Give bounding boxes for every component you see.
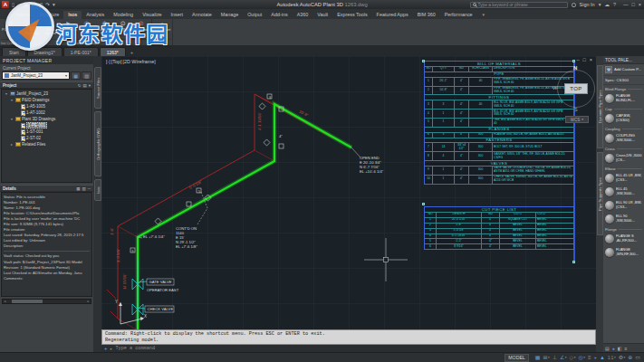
- scroll-right-icon[interactable]: ▸: [86, 300, 91, 303]
- panel-tab-isos[interactable]: Isos: [94, 179, 101, 201]
- pcf-export-button[interactable]: ☁ PCF Export: [153, 19, 171, 32]
- current-project-select[interactable]: JanM_Project_23 ▾: [2, 71, 70, 80]
- file-tab-1-pe-001[interactable]: 1-PE-001*: [63, 47, 99, 56]
- clean-screen-icon[interactable]: ▭: [635, 354, 640, 362]
- annotation-scale-icon[interactable]: 1:1▾: [608, 354, 616, 362]
- add-custom-part-button[interactable]: ⚒ Add Custom P...: [603, 64, 644, 76]
- grid-icon[interactable]: ▦: [535, 354, 541, 362]
- ribbon-tab-express-tools[interactable]: Express Tools: [332, 11, 371, 19]
- file-tab-drawing1[interactable]: Drawing1*: [27, 47, 62, 56]
- tree-expander-icon[interactable]: ▾: [5, 91, 8, 96]
- annotation-monitor-icon[interactable]: ⊕: [628, 354, 632, 362]
- project-tools-button[interactable]: ▦: [71, 71, 81, 80]
- properties-icon[interactable]: ▤: [605, 346, 610, 351]
- tree-item-plant-3d-drawings[interactable]: ▾ Plant 3D Drawings: [2, 116, 91, 122]
- ribbon-tab-vault[interactable]: Vault: [312, 11, 332, 19]
- floor-symbol-button[interactable]: ▨ Floor Symbol: [42, 19, 60, 35]
- tree-item-1-pe-001[interactable]: 1-PE-001: [2, 122, 91, 129]
- details-horizontal-scrollbar[interactable]: ◂ ▸: [2, 299, 91, 304]
- file-tab-1263[interactable]: 1263*: [100, 47, 126, 56]
- new-drawing-tab-button[interactable]: +: [127, 49, 138, 56]
- annotation-visibility-icon[interactable]: ▲: [600, 354, 605, 362]
- palette-item-ell-90-lr-bw-cs3[interactable]: ELL 90 LR ,BW, (CS3...: [603, 198, 644, 212]
- viewport-visual-style-control[interactable]: [2D Wireframe]: [122, 59, 155, 64]
- ribbon-tab-modeling[interactable]: Modeling: [109, 11, 138, 19]
- viewport-minus-control[interactable]: [-]: [106, 59, 111, 64]
- palette-item-coupling-sw-3000[interactable]: COUPLING ,SW,3000...: [603, 131, 644, 145]
- viewcube[interactable]: N S W E TOP: [554, 67, 596, 110]
- command-history[interactable]: Command: Right-click to display the shor…: [101, 329, 596, 345]
- ribbon-tab-a360[interactable]: A360: [293, 11, 313, 19]
- minimize-button[interactable]: —: [623, 2, 629, 7]
- ortho-icon[interactable]: ⊥: [553, 354, 557, 362]
- viewport-view-control[interactable]: [Top]: [111, 59, 122, 64]
- scrollbar-thumb[interactable]: [12, 300, 43, 303]
- palette-item-ell-45-lr-bw-cs3[interactable]: ELL 45 LR ,BW, (CS3...: [603, 171, 644, 185]
- isodraft-icon[interactable]: ◇▾: [570, 354, 576, 362]
- bill-of-materials-table[interactable]: BILL OF MATERIALSNOQTYNDSCH/CLASSDESCRIP…: [424, 61, 574, 185]
- palette-item-flange-wn-rf-300[interactable]: FLANGE ,WN,RF,300...: [603, 245, 644, 259]
- wcs-menu[interactable]: WCS▾: [565, 116, 589, 123]
- polar-icon[interactable]: ∠▾: [560, 354, 567, 362]
- ucs-icon[interactable]: Y X: [115, 300, 147, 324]
- blue-dot-icon[interactable]: ●: [612, 346, 615, 351]
- save-icon[interactable]: ▣: [24, 1, 28, 8]
- viewcube-west[interactable]: W: [553, 85, 557, 90]
- lineweight-icon[interactable]: ≡: [588, 354, 591, 362]
- ribbon-tab-featured-apps[interactable]: Featured Apps: [372, 11, 413, 19]
- grip-point[interactable]: [572, 261, 575, 263]
- tree-item-1-a5-1005[interactable]: 1-A5-1005: [2, 103, 91, 110]
- viewcube-south[interactable]: S: [574, 107, 578, 112]
- plot-icon[interactable]: ▤: [31, 1, 35, 8]
- tree-options-icon[interactable]: ▤: [82, 83, 86, 88]
- command-input[interactable]: + ▸ Type a command: [101, 345, 596, 352]
- ribbon-tab-add-ins[interactable]: Add-ins: [266, 11, 292, 19]
- qat-dropdown-icon[interactable]: ▾: [53, 1, 55, 8]
- doc-minimize-icon[interactable]: ‒: [576, 57, 579, 62]
- menu-icon[interactable]: ≡: [625, 346, 628, 351]
- tree-expander-icon[interactable]: ▾: [10, 117, 14, 121]
- ribbon-tab-isos[interactable]: Isos: [63, 11, 82, 19]
- viewcube-top-face[interactable]: TOP: [564, 83, 588, 94]
- ribbon-display-toggle-icon[interactable]: ▾: [483, 12, 485, 19]
- palette-item-cross-dn-3000-cs[interactable]: Cross,DN ,3000 (CS...: [603, 151, 644, 165]
- help-icon[interactable]: ?: [613, 1, 616, 8]
- grip-point[interactable]: [422, 60, 425, 62]
- ribbon-tab-manage[interactable]: Manage: [216, 11, 243, 19]
- palette-item-cap-bw-cs300[interactable]: CAP,BW, (CS300): [603, 111, 644, 125]
- tree-item-1-at-1002[interactable]: 1-AT-1002: [2, 110, 91, 116]
- drawing-canvas[interactable]: 3 5 9 GATE VALVE OPERATOR EAST CHECK VAL…: [101, 56, 596, 329]
- close-button[interactable]: ×: [639, 2, 641, 7]
- iso-message-button[interactable]: ✉ Iso Message: [24, 19, 42, 35]
- details-collapse-icon[interactable]: ─: [88, 186, 91, 191]
- file-tab-start[interactable]: Start: [2, 47, 26, 56]
- start-point-button[interactable]: ⊙ Start Point: [114, 19, 132, 32]
- ribbon-tab-bim-360[interactable]: BIM 360: [413, 11, 440, 19]
- doc-close-icon[interactable]: ×: [590, 57, 592, 62]
- snap-icon[interactable]: ⊞▾: [543, 354, 549, 362]
- autocad-app-icon[interactable]: A: [2, 1, 9, 8]
- ribbon-tab-annotate[interactable]: Annotate: [187, 11, 216, 19]
- refresh-icon[interactable]: ↻: [78, 83, 82, 88]
- search-input[interactable]: Type a keyword or phrase: [470, 2, 568, 8]
- undo-icon[interactable]: ↶: [39, 1, 43, 8]
- palette-item-ell-90-sw-3000[interactable]: ELL 90 ,SW,3000...: [603, 212, 644, 225]
- palette-tab-pipe-supports-spec[interactable]: Pipe Supports Spec: [597, 152, 603, 235]
- tree-expander-icon[interactable]: ▸: [10, 142, 14, 147]
- redo-icon[interactable]: ↷: [45, 1, 50, 8]
- dynamic-input-icon[interactable]: +: [594, 354, 598, 362]
- tree-item-related-files[interactable]: ▸ Related Files: [2, 141, 91, 148]
- grip-point[interactable]: [422, 203, 425, 205]
- location-point-button[interactable]: ◉ Location Point: [96, 19, 114, 35]
- open-file-icon[interactable]: ▱: [17, 1, 21, 8]
- new-file-icon[interactable]: ▯: [12, 1, 14, 8]
- tree-item-1-st-001[interactable]: 1-ST-001: [2, 129, 91, 135]
- cut-piece-list-table[interactable]: CUT PIECE LISTNOLENGTHNDCUT1CUT2120'-0 1…: [424, 206, 574, 250]
- signin-dropdown-icon[interactable]: ▾: [599, 1, 601, 8]
- panel-tab-orthographic-dwg[interactable]: Orthographic DWG: [94, 111, 101, 176]
- ribbon-tab-output[interactable]: Output: [243, 11, 266, 19]
- tree-expander-icon[interactable]: ▾: [10, 98, 14, 102]
- palette-item-flange-blind-fl[interactable]: FLANGE BLIND,FL...: [603, 91, 644, 105]
- ribbon-tab-analysis[interactable]: Analysis: [82, 11, 109, 19]
- tree-item-janm-project-23[interactable]: ▾ JanM_Project_23: [2, 90, 91, 97]
